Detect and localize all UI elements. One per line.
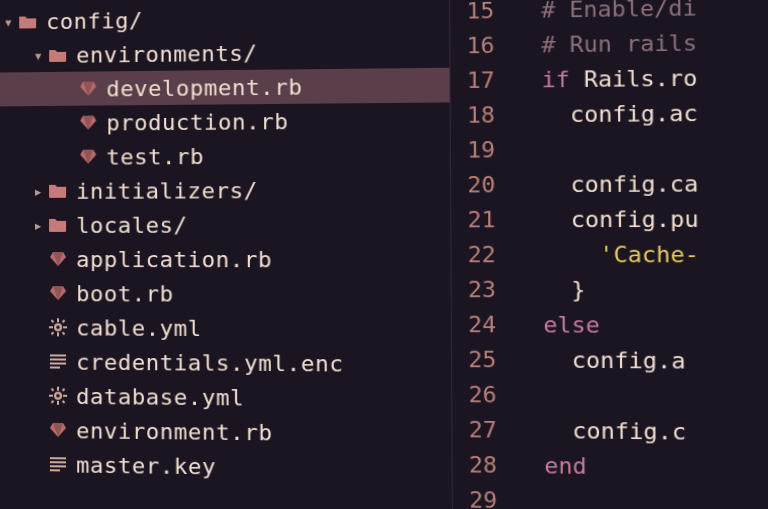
line-number: 16 [450,28,494,63]
code-editor[interactable]: 151617181920212223242526272829 # Enable/… [449,0,768,509]
line-number: 26 [452,377,497,412]
line-number: 21 [451,203,495,238]
file-row[interactable]: credentials.yml.enc [0,344,451,381]
ruby-icon [76,113,100,131]
file-label: config/ [46,7,143,33]
svg-rect-1 [57,318,59,322]
folder-open-icon [16,13,40,29]
svg-rect-7 [51,332,55,336]
code-token: else [515,312,600,338]
code-line[interactable]: else [515,308,700,344]
line-number: 15 [450,0,494,29]
svg-rect-8 [62,332,66,336]
code-token: # Run rails [513,30,697,58]
svg-rect-11 [50,358,66,360]
folder-open-icon [46,47,70,63]
file-label: production.rb [106,108,288,135]
file-row[interactable]: master.key [0,447,452,487]
folder-row[interactable]: ▸locales/ [0,207,450,242]
svg-rect-6 [62,320,66,324]
line-number: 19 [451,133,495,168]
svg-rect-15 [57,387,59,391]
code-token: config.ac [514,100,698,127]
code-token: config.pu [514,206,698,232]
file-row[interactable]: boot.rb [0,276,451,311]
file-row[interactable]: production.rb [0,102,450,140]
file-row[interactable]: test.rb [0,137,450,174]
line-number: 17 [450,63,494,98]
file-label: test.rb [106,143,204,169]
code-line[interactable]: end [516,448,701,486]
code-content[interactable]: # Enable/di # Run rails if Rails.ro conf… [509,0,701,509]
svg-rect-25 [50,461,66,463]
file-label: locales/ [76,212,187,237]
line-number: 25 [452,342,497,377]
line-number: 29 [453,483,498,509]
lines-icon [46,457,70,471]
line-number: 20 [451,168,495,203]
svg-rect-2 [57,332,59,336]
svg-rect-18 [63,395,67,397]
svg-rect-3 [49,326,53,328]
svg-rect-4 [63,326,67,328]
lines-icon [46,354,70,368]
svg-rect-12 [50,362,66,364]
code-line[interactable]: config.ca [514,167,698,203]
code-token: .ro [655,65,698,91]
svg-point-9 [56,325,60,329]
line-number: 24 [452,307,496,342]
svg-rect-21 [51,400,55,404]
folder-icon [46,217,70,233]
code-line[interactable] [514,131,698,167]
svg-rect-20 [62,388,66,392]
file-row[interactable]: development.rb [0,68,449,107]
code-token: } [515,277,586,303]
file-label: master.key [76,452,216,479]
svg-rect-22 [62,400,66,404]
folder-row[interactable]: ▾environments/ [0,33,449,72]
code-line[interactable] [516,378,701,415]
code-token: Rails [584,66,655,92]
code-line[interactable]: config.a [515,343,700,379]
code-line[interactable]: } [515,273,700,309]
svg-rect-26 [50,465,66,467]
file-label: credentials.yml.enc [76,349,343,376]
file-explorer: ▾config/▾environments/development.rbprod… [0,0,452,509]
code-line[interactable]: # Enable/di [513,0,697,28]
gear-icon [46,387,70,405]
file-label: initializers/ [76,177,258,203]
code-token: # Enable/di [513,0,697,23]
code-token: end [516,452,587,479]
code-line[interactable]: config.pu [514,202,698,238]
chevron-right-icon: ▸ [30,181,46,200]
file-row[interactable]: application.rb [0,242,451,277]
file-label: database.yml [76,383,244,410]
ruby-icon [46,421,70,439]
line-number-gutter: 151617181920212223242526272829 [450,0,512,509]
code-token: config.ca [514,171,698,198]
ruby-icon [76,148,100,166]
code-line[interactable]: 'Cache- [515,237,699,272]
file-row[interactable]: database.yml [0,378,451,416]
code-token: if [514,66,584,92]
ruby-icon [46,250,70,268]
chevron-down-icon: ▾ [0,12,16,31]
gear-icon [46,318,70,336]
code-token: config.a [515,347,685,374]
folder-row[interactable]: ▾config/ [0,0,449,39]
svg-rect-27 [50,469,60,471]
code-line[interactable]: config.ac [514,96,698,133]
svg-rect-10 [50,354,66,356]
file-row[interactable]: cable.yml [0,310,451,346]
file-row[interactable]: environment.rb [0,412,451,451]
folder-icon [46,183,70,199]
chevron-down-icon: ▾ [30,46,46,65]
code-line[interactable]: if Rails.ro [514,61,698,98]
code-line[interactable] [516,483,701,509]
folder-row[interactable]: ▸initializers/ [0,172,450,208]
file-label: development.rb [106,74,302,101]
code-line[interactable]: config.c [516,413,701,450]
code-token: config.c [516,417,686,445]
file-label: environments/ [76,40,257,67]
code-line[interactable]: # Run rails [513,26,697,63]
